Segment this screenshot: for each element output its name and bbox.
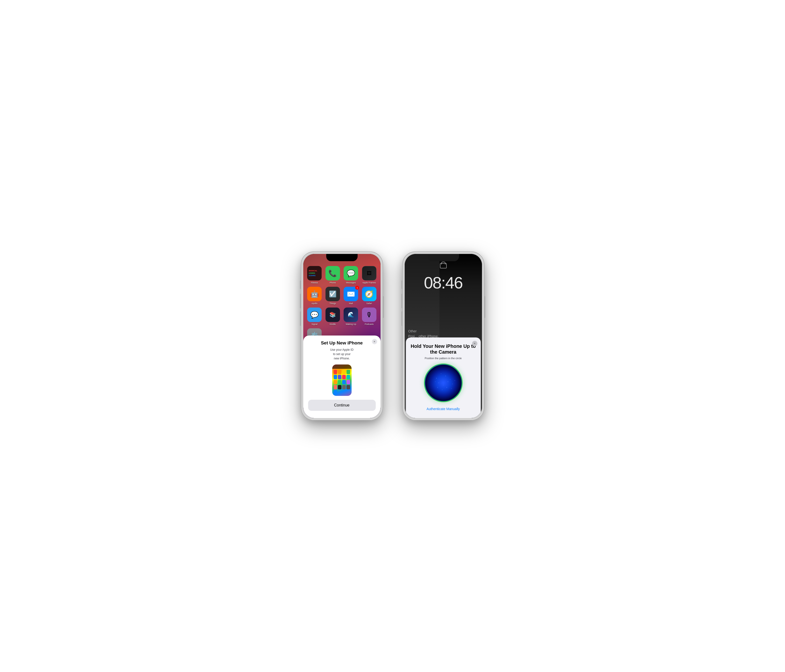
power-button xyxy=(383,296,384,318)
app-item-signal[interactable]: 💬 Signal xyxy=(307,308,322,325)
svg-point-6 xyxy=(443,385,444,386)
fitness-cal: 36/300CAL xyxy=(309,270,320,272)
kindle-label: Kindle xyxy=(330,323,336,325)
fitness-min: 1/30MIN xyxy=(309,272,320,275)
fitness-hrs: 2/10HRS xyxy=(309,275,320,277)
podcasts-label: Podcasts xyxy=(364,323,374,325)
mini-app-4 xyxy=(347,370,350,374)
right-mute-switch xyxy=(401,280,402,289)
mute-switch xyxy=(300,280,301,289)
mini-app-3 xyxy=(342,370,346,374)
svg-point-7 xyxy=(447,381,449,382)
left-iphone-screen: 36/300CAL 1/30MIN 2/10HRS Fitness 📞 Phon… xyxy=(303,254,380,418)
signal-label: Signal xyxy=(311,323,317,325)
mini-app-17 xyxy=(334,390,337,394)
wakingup-icon: 🌊 xyxy=(344,308,358,322)
mini-app-11 xyxy=(342,380,346,384)
right-volume-up-button xyxy=(401,294,402,308)
wakingup-label: Waking Up xyxy=(346,323,356,325)
camera-sheet-close[interactable]: ✕ xyxy=(472,341,477,346)
mail-badge: 1 xyxy=(355,286,359,290)
app-item-wakingup[interactable]: 🌊 Waking Up xyxy=(343,308,359,325)
lock-icon xyxy=(440,263,447,269)
notch-left xyxy=(326,254,358,261)
left-iphone-inner: 36/300CAL 1/30MIN 2/10HRS Fitness 📞 Phon… xyxy=(303,254,380,418)
app-item-messages[interactable]: 💬 Messages xyxy=(343,266,359,284)
svg-point-1 xyxy=(436,378,437,379)
signal-icon: 💬 xyxy=(307,308,322,322)
right-iphone: 08:46 Other Posi... other iPhone. ✕ Hold… xyxy=(402,252,485,420)
svg-point-12 xyxy=(451,388,452,389)
right-volume-down-button xyxy=(401,311,402,326)
svg-point-11 xyxy=(446,387,447,388)
safari-icon: 🧭 xyxy=(362,287,377,301)
appleframes-label: Apple Frames xyxy=(363,281,376,284)
mini-app-1 xyxy=(334,370,337,374)
svg-point-2 xyxy=(441,374,441,374)
app-item-things[interactable]: ☑️ Things xyxy=(325,287,341,305)
apollo-label: Apollo xyxy=(311,302,317,305)
app-item-appleframes[interactable]: 🖼 Apple Frames xyxy=(361,266,377,284)
mini-app-9 xyxy=(334,380,337,384)
camera-pattern-svg xyxy=(425,364,462,401)
left-iphone: 36/300CAL 1/30MIN 2/10HRS Fitness 📞 Phon… xyxy=(301,252,383,420)
things-icon: ☑️ xyxy=(325,287,340,301)
mini-app-15 xyxy=(342,385,346,389)
phone-label: Phone xyxy=(330,281,336,284)
setup-phone-grid xyxy=(334,370,350,393)
camera-subtitle: Position the pattern in the circle xyxy=(411,357,476,359)
mini-app-2 xyxy=(338,370,341,374)
setup-description: Use your Apple IDto set up yournew iPhon… xyxy=(308,348,376,361)
notch-right xyxy=(428,254,459,261)
app-item-safari[interactable]: 🧭 Safari xyxy=(361,287,377,305)
app-item-mail[interactable]: ✉️ 1 Mail xyxy=(343,287,359,305)
mini-app-10 xyxy=(338,380,341,384)
fitness-widget: 36/300CAL 1/30MIN 2/10HRS xyxy=(307,266,322,280)
lock-screen: 08:46 Other Posi... other iPhone. ✕ Hold… xyxy=(405,254,482,418)
continue-button[interactable]: Continue xyxy=(308,400,376,411)
lock-time: 08:46 xyxy=(405,273,482,292)
mail-icon: ✉️ 1 xyxy=(344,287,358,301)
svg-point-8 xyxy=(452,384,453,384)
app-item-kindle[interactable]: 📚 Kindle xyxy=(325,308,341,325)
right-power-button xyxy=(485,296,485,318)
appleframes-icon: 🖼 xyxy=(362,266,377,280)
setup-sheet-close[interactable]: ✕ xyxy=(372,339,377,344)
setup-phone-preview xyxy=(332,364,352,396)
mini-app-6 xyxy=(338,375,341,379)
app-item-phone[interactable]: 📞 Phone xyxy=(325,266,341,284)
app-item-podcasts[interactable]: 🎙 Podcasts xyxy=(361,308,377,325)
svg-point-14 xyxy=(454,380,455,381)
app-item-fitness[interactable]: 36/300CAL 1/30MIN 2/10HRS Fitness xyxy=(307,266,322,284)
mini-app-14 xyxy=(338,385,341,389)
kindle-icon: 📚 xyxy=(325,308,340,322)
mini-app-8 xyxy=(347,375,350,379)
mini-app-13 xyxy=(334,385,337,389)
messages-icon: 💬 xyxy=(344,266,358,280)
fitness-label: Fitness xyxy=(311,281,318,284)
auth-manually-link[interactable]: Authenticate Manually xyxy=(411,407,476,411)
volume-down-button xyxy=(300,311,301,326)
things-label: Things xyxy=(329,302,336,305)
apollo-icon: 🤖 xyxy=(307,287,322,301)
volume-up-button xyxy=(300,294,301,308)
safari-label: Safari xyxy=(366,302,372,305)
svg-point-4 xyxy=(450,379,450,380)
svg-point-10 xyxy=(442,389,443,390)
right-iphone-inner: 08:46 Other Posi... other iPhone. ✕ Hold… xyxy=(405,254,482,418)
svg-point-3 xyxy=(445,376,446,377)
svg-point-5 xyxy=(438,382,439,383)
podcasts-icon: 🎙 xyxy=(362,308,377,322)
home-screen: 36/300CAL 1/30MIN 2/10HRS Fitness 📞 Phon… xyxy=(303,254,380,418)
setup-sheet: ✕ Set Up New iPhone Use your Apple IDto … xyxy=(303,336,380,418)
svg-point-13 xyxy=(435,381,436,382)
mail-label: Mail xyxy=(349,302,353,305)
app-grid: 36/300CAL 1/30MIN 2/10HRS Fitness 📞 Phon… xyxy=(307,266,377,346)
messages-label: Messages xyxy=(346,281,356,284)
camera-circle xyxy=(424,364,463,402)
mini-app-12 xyxy=(347,380,350,384)
mini-app-5 xyxy=(334,375,337,379)
app-item-apollo[interactable]: 🤖 Apollo xyxy=(307,287,322,305)
right-iphone-screen: 08:46 Other Posi... other iPhone. ✕ Hold… xyxy=(405,254,482,418)
camera-title: Hold Your New iPhone Up to the Camera xyxy=(411,343,476,355)
